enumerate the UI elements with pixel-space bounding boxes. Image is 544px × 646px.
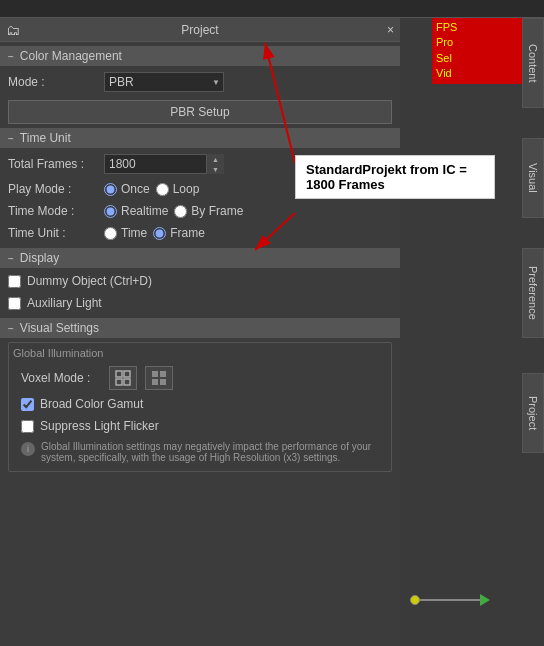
time-mode-byframe-label: By Frame bbox=[191, 204, 243, 218]
svg-rect-6 bbox=[152, 379, 158, 385]
time-unit-frame-radio[interactable]: Frame bbox=[153, 226, 205, 240]
total-frames-spinner: ▲ ▼ bbox=[104, 154, 224, 174]
time-mode-row: Time Mode : Realtime By Frame bbox=[0, 200, 400, 222]
node-line bbox=[420, 599, 480, 601]
info-row: i Global Illumination settings may negat… bbox=[13, 437, 387, 467]
panel-title-bar: 🗂 Project × bbox=[0, 18, 400, 42]
suppress-light-flicker-checkbox[interactable] bbox=[21, 420, 34, 433]
time-mode-label: Time Mode : bbox=[8, 204, 98, 218]
auxiliary-light-row: Auxiliary Light bbox=[0, 292, 400, 314]
time-unit-time-label: Time bbox=[121, 226, 147, 240]
main-layout: 🗂 Project × − Color Management Mode : PB… bbox=[0, 18, 544, 646]
voxel-mode-solid-button[interactable] bbox=[145, 366, 173, 390]
mode-select-wrapper: PBR Linear sRGB bbox=[104, 72, 224, 92]
svg-rect-7 bbox=[160, 379, 166, 385]
annotation-text: StandardProjekt from IC = 1800 Frames bbox=[306, 162, 467, 192]
time-mode-realtime-label: Realtime bbox=[121, 204, 168, 218]
voxel-solid-icon bbox=[151, 370, 167, 386]
panel-title: Project bbox=[181, 23, 218, 37]
time-unit-time-radio[interactable]: Time bbox=[104, 226, 147, 240]
pro-label: Pro bbox=[436, 35, 518, 50]
top-toolbar bbox=[0, 0, 544, 18]
pbr-setup-button[interactable]: PBR Setup bbox=[8, 100, 392, 124]
svg-rect-4 bbox=[152, 371, 158, 377]
info-text: Global Illumination settings may negativ… bbox=[41, 441, 379, 463]
display-title: Display bbox=[20, 251, 59, 265]
svg-rect-0 bbox=[116, 371, 122, 377]
time-mode-byframe-radio[interactable]: By Frame bbox=[174, 204, 243, 218]
sidebar-tab-content[interactable]: Content bbox=[522, 18, 544, 108]
suppress-light-flicker-row: Suppress Light Flicker bbox=[13, 415, 387, 437]
voxel-mode-grid-button[interactable] bbox=[109, 366, 137, 390]
suppress-light-flicker-label[interactable]: Suppress Light Flicker bbox=[40, 419, 159, 433]
time-mode-realtime-radio[interactable]: Realtime bbox=[104, 204, 168, 218]
node-circle bbox=[410, 595, 420, 605]
visual-settings-section-header[interactable]: − Visual Settings bbox=[0, 318, 400, 338]
mode-select[interactable]: PBR Linear sRGB bbox=[104, 72, 224, 92]
color-management-title: Color Management bbox=[20, 49, 122, 63]
mode-row: Mode : PBR Linear sRGB bbox=[0, 68, 400, 96]
auxiliary-light-checkbox[interactable] bbox=[8, 297, 21, 310]
broad-color-gamut-row: Broad Color Gamut bbox=[13, 393, 387, 415]
right-area: FPS Pro Sel Vid Content Visual Preferenc… bbox=[400, 18, 544, 646]
dummy-object-label[interactable]: Dummy Object (Ctrl+D) bbox=[27, 274, 152, 288]
svg-rect-5 bbox=[160, 371, 166, 377]
time-unit-frame-label: Frame bbox=[170, 226, 205, 240]
display-section-header[interactable]: − Display bbox=[0, 248, 400, 268]
time-unit-row: Time Unit : Time Frame bbox=[0, 222, 400, 244]
spinner-up-button[interactable]: ▲ bbox=[207, 154, 224, 164]
broad-color-gamut-label[interactable]: Broad Color Gamut bbox=[40, 397, 143, 411]
left-panel: 🗂 Project × − Color Management Mode : PB… bbox=[0, 18, 400, 646]
total-frames-label: Total Frames : bbox=[8, 157, 98, 171]
sidebar-tab-project[interactable]: Project bbox=[522, 373, 544, 453]
time-unit-section-header[interactable]: − Time Unit bbox=[0, 128, 400, 148]
voxel-mode-label: Voxel Mode : bbox=[21, 371, 101, 385]
spinner-down-button[interactable]: ▼ bbox=[207, 164, 224, 174]
global-illumination-title: Global Illumination bbox=[13, 347, 387, 359]
svg-rect-3 bbox=[124, 379, 130, 385]
fps-label: FPS bbox=[436, 20, 518, 35]
spinner-buttons: ▲ ▼ bbox=[206, 154, 224, 174]
voxel-mode-row: Voxel Mode : bbox=[13, 363, 387, 393]
sidebar-tab-visual[interactable]: Visual bbox=[522, 138, 544, 218]
vid-label: Vid bbox=[436, 66, 518, 81]
play-mode-once-label: Once bbox=[121, 182, 150, 196]
svg-rect-2 bbox=[116, 379, 122, 385]
panel-folder-icon: 🗂 bbox=[6, 22, 20, 38]
sel-label: Sel bbox=[436, 51, 518, 66]
annotation-box: StandardProjekt from IC = 1800 Frames bbox=[295, 155, 495, 199]
broad-color-gamut-checkbox[interactable] bbox=[21, 398, 34, 411]
collapse-display-icon: − bbox=[8, 253, 14, 264]
top-right-panel: FPS Pro Sel Vid bbox=[432, 18, 522, 84]
dummy-object-row: Dummy Object (Ctrl+D) bbox=[0, 270, 400, 292]
play-mode-once-radio[interactable]: Once bbox=[104, 182, 150, 196]
panel-content: − Color Management Mode : PBR Linear sRG… bbox=[0, 42, 400, 646]
voxel-grid-icon bbox=[115, 370, 131, 386]
time-unit-row-label: Time Unit : bbox=[8, 226, 98, 240]
collapse-color-management-icon: − bbox=[8, 51, 14, 62]
play-mode-loop-radio[interactable]: Loop bbox=[156, 182, 200, 196]
mode-label: Mode : bbox=[8, 75, 98, 89]
time-unit-title: Time Unit bbox=[20, 131, 71, 145]
dummy-object-checkbox[interactable] bbox=[8, 275, 21, 288]
color-management-section-header[interactable]: − Color Management bbox=[0, 46, 400, 66]
svg-rect-1 bbox=[124, 371, 130, 377]
sidebar-tab-preference[interactable]: Preference bbox=[522, 248, 544, 338]
play-mode-loop-label: Loop bbox=[173, 182, 200, 196]
collapse-time-unit-icon: − bbox=[8, 133, 14, 144]
collapse-visual-settings-icon: − bbox=[8, 323, 14, 334]
info-icon: i bbox=[21, 442, 35, 456]
visual-settings-title: Visual Settings bbox=[20, 321, 99, 335]
project-node bbox=[410, 594, 490, 606]
node-triangle bbox=[480, 594, 490, 606]
play-mode-label: Play Mode : bbox=[8, 182, 98, 196]
auxiliary-light-label[interactable]: Auxiliary Light bbox=[27, 296, 102, 310]
global-illumination-subsection: Global Illumination Voxel Mode : bbox=[8, 342, 392, 472]
panel-close-button[interactable]: × bbox=[387, 23, 394, 37]
